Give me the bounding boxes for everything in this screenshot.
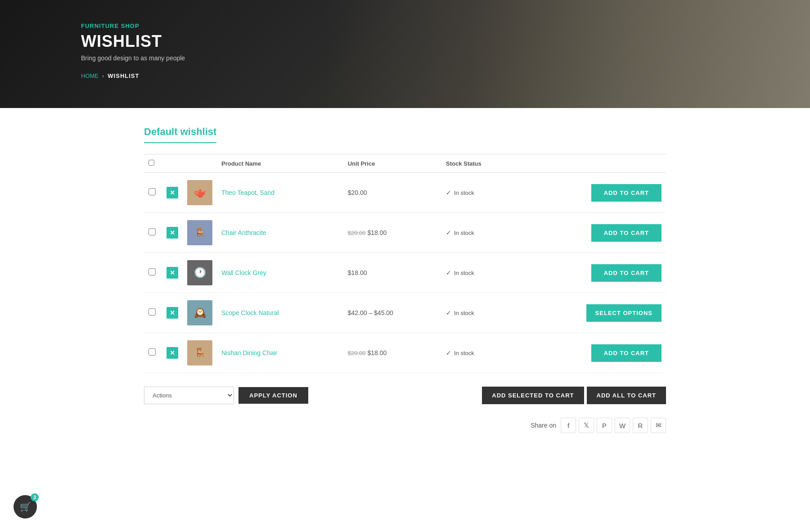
product-thumbnail-3: 🕰️	[187, 300, 212, 325]
price-new-4: $18.00	[367, 349, 387, 356]
hero-subtitle: Bring good design to as many people	[81, 54, 810, 62]
product-name-0[interactable]: Theo Teapot, Sand	[221, 189, 274, 196]
add-all-to-cart-button[interactable]: ADD ALL TO CART	[587, 387, 666, 404]
th-image	[183, 154, 217, 173]
product-name-2[interactable]: Wall Clock Grey	[221, 269, 266, 276]
share-twitter-button[interactable]: 𝕏	[579, 418, 594, 433]
shop-name: FURNITURE SHOP	[81, 23, 810, 29]
product-thumbnail-0: 🫖	[187, 180, 212, 205]
price-regular-0: $20.00	[348, 189, 367, 196]
stock-status-1: ✓In stock	[446, 229, 521, 236]
wishlist-table: Product Name Unit Price Stock Status ✕🫖T…	[144, 154, 666, 373]
share-reddit-button[interactable]: R	[633, 418, 648, 433]
product-name-1[interactable]: Chair Anthracite	[221, 229, 266, 236]
stock-check-icon-2: ✓	[446, 269, 451, 276]
th-stock-status: Stock Status	[441, 154, 526, 173]
hero-banner: FURNITURE SHOP WISHLIST Bring good desig…	[0, 0, 810, 108]
breadcrumb-separator: ›	[102, 72, 104, 79]
stock-status-0: ✓In stock	[446, 189, 521, 196]
add-to-cart-button-0[interactable]: ADD TO CART	[591, 184, 662, 202]
stock-status-4: ✓In stock	[446, 349, 521, 356]
stock-check-icon-4: ✓	[446, 349, 451, 356]
breadcrumb-home-link[interactable]: HOME	[81, 72, 99, 79]
product-thumbnail-4: 🪑	[187, 340, 212, 365]
remove-button-3[interactable]: ✕	[166, 307, 178, 319]
breadcrumb: HOME › WISHLIST	[81, 72, 810, 79]
share-pinterest-button[interactable]: P	[597, 418, 612, 433]
share-icons: f 𝕏 P W R ✉	[561, 418, 666, 433]
stock-text-1: In stock	[454, 230, 474, 236]
add-to-cart-button-4[interactable]: ADD TO CART	[591, 344, 662, 362]
stock-text-0: In stock	[454, 189, 474, 196]
th-unit-price: Unit Price	[343, 154, 441, 173]
stock-check-icon-1: ✓	[446, 229, 451, 236]
row-checkbox-0[interactable]	[148, 188, 156, 195]
share-email-button[interactable]: ✉	[651, 418, 666, 433]
add-selected-to-cart-button[interactable]: ADD SELECTED TO CART	[482, 387, 584, 404]
price-regular-2: $18.00	[348, 269, 367, 276]
th-remove	[162, 154, 183, 173]
table-row: ✕🕰️Scope Clock Natural$42.00 – $45.00✓In…	[144, 293, 666, 333]
stock-text-4: In stock	[454, 350, 474, 356]
stock-check-icon-0: ✓	[446, 189, 451, 196]
share-whatsapp-button[interactable]: W	[615, 418, 630, 433]
bottom-actions: Actions Remove selected APPLY ACTION ADD…	[144, 387, 666, 404]
add-to-cart-button-2[interactable]: ADD TO CART	[591, 264, 662, 282]
remove-button-0[interactable]: ✕	[166, 187, 178, 198]
right-actions: ADD SELECTED TO CART ADD ALL TO CART	[482, 387, 666, 404]
th-select-all[interactable]	[144, 154, 162, 173]
th-product-name: Product Name	[217, 154, 343, 173]
price-range-3: $42.00 – $45.00	[348, 309, 393, 316]
row-checkbox-2[interactable]	[148, 268, 156, 275]
table-row: ✕🪑Chair Anthracite$20.00$18.00✓In stockA…	[144, 213, 666, 253]
table-header-row: Product Name Unit Price Stock Status	[144, 154, 666, 173]
product-name-4[interactable]: Nishan Dining Chair	[221, 349, 278, 356]
stock-text-3: In stock	[454, 310, 474, 316]
remove-button-1[interactable]: ✕	[166, 227, 178, 239]
product-thumbnail-1: 🪑	[187, 220, 212, 245]
select-all-checkbox[interactable]	[148, 160, 154, 166]
share-section: Share on f 𝕏 P W R ✉	[144, 418, 666, 433]
main-content: Default wishlist Product Name Unit Price…	[135, 108, 675, 460]
stock-status-3: ✓In stock	[446, 309, 521, 316]
remove-button-4[interactable]: ✕	[166, 347, 178, 359]
stock-text-2: In stock	[454, 270, 474, 276]
row-checkbox-1[interactable]	[148, 228, 156, 235]
stock-status-2: ✓In stock	[446, 269, 521, 276]
share-facebook-button[interactable]: f	[561, 418, 576, 433]
product-name-3[interactable]: Scope Clock Natural	[221, 309, 279, 316]
select-options-button-3[interactable]: SELECT OPTIONS	[586, 304, 662, 322]
table-row: ✕🪑Nishan Dining Chair$20.00$18.00✓In sto…	[144, 333, 666, 373]
price-old-1: $20.00	[348, 230, 366, 236]
actions-dropdown[interactable]: Actions Remove selected	[144, 387, 234, 404]
share-label: Share on	[531, 422, 556, 429]
row-checkbox-3[interactable]	[148, 308, 156, 316]
stock-check-icon-3: ✓	[446, 309, 451, 316]
table-row: ✕🫖Theo Teapot, Sand$20.00✓In stockADD TO…	[144, 173, 666, 213]
breadcrumb-current: WISHLIST	[108, 72, 139, 79]
page-title: WISHLIST	[81, 32, 810, 51]
add-to-cart-button-1[interactable]: ADD TO CART	[591, 224, 662, 242]
hero-content: FURNITURE SHOP WISHLIST Bring good desig…	[0, 0, 810, 79]
row-checkbox-4[interactable]	[148, 348, 156, 356]
apply-action-button[interactable]: APPLY ACTION	[238, 387, 308, 404]
left-actions: Actions Remove selected APPLY ACTION	[144, 387, 308, 404]
price-old-4: $20.00	[348, 350, 366, 356]
table-row: ✕🕐Wall Clock Grey$18.00✓In stockADD TO C…	[144, 253, 666, 293]
th-action	[526, 154, 666, 173]
wishlist-title: Default wishlist	[144, 126, 216, 143]
product-thumbnail-2: 🕐	[187, 260, 212, 285]
price-new-1: $18.00	[367, 229, 387, 236]
remove-button-2[interactable]: ✕	[166, 267, 178, 279]
